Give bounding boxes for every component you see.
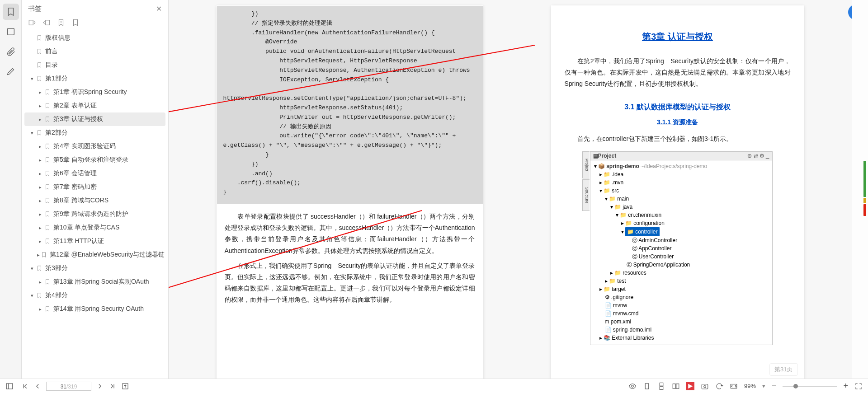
bookmark-item[interactable]: ▾第1部分 [24,72,165,85]
svg-marker-15 [689,384,692,388]
svg-rect-14 [676,384,679,388]
bookmark-item[interactable]: ▸第6章 会话管理 [24,167,165,180]
ide-project-screenshot: ▤ Project ⊙ ⇄ ⚙ ⎯ ▾ 📦 spring-demo ~/Idea… [590,151,773,345]
bookmark-item[interactable]: ▾第2部分 [24,126,165,140]
bookmark-item[interactable]: ▸第4章 实现图形验证码 [24,140,165,153]
bookmark-item[interactable]: ▸第10章 单点登录与CAS [24,221,165,234]
attachment-icon[interactable] [3,43,19,60]
bookmark-item[interactable]: ▸第2章 表单认证 [24,99,165,112]
panel-title: 书签 [28,5,42,13]
bookmark-ribbon-icon [44,306,51,312]
close-icon[interactable]: ✕ [156,5,162,13]
fit-icon[interactable] [730,382,738,390]
page-indicator: 第31页 [769,363,797,376]
screenshot-icon[interactable] [701,382,709,390]
sidebar-toggle-icon[interactable] [5,382,14,390]
svg-rect-1 [29,20,33,25]
chapter-text-1: 在第2章中，我们沿用了Spring Security默认的安全机制：仅有一个用户… [551,43,804,92]
page-left: }) // 指定登录失败时的处理逻辑 .failureHandler(new A… [217,5,483,379]
bookmark-tools [22,16,168,31]
bookmark-item[interactable]: ▸第1章 初识Spring Security [24,85,165,99]
bookmark-label: 第1章 初识Spring Security [53,88,127,96]
bookmark-label: 第11章 HTTP认证 [53,237,104,245]
bookmark-item[interactable]: ▸第7章 密码加密 [24,180,165,194]
prev-page-icon[interactable] [33,382,42,390]
bookmark-item[interactable]: 前言 [24,45,165,58]
bookmark-ribbon-icon [36,130,42,136]
bookmark-item[interactable]: ▸第5章 自动登录和注销登录 [24,153,165,167]
next-page-icon[interactable] [96,382,104,390]
paragraph-1: 表单登录配置模块提供了 successHandler（）和 failureHan… [217,204,483,258]
svg-point-17 [704,385,706,388]
viewer: }) // 指定登录失败时的处理逻辑 .failureHandler(new A… [169,0,852,379]
bookmark-label: 目录 [45,61,58,69]
ide-proj-title: Project [598,153,617,159]
right-marker-strip [852,0,868,379]
bookmark-ribbon-icon [44,184,51,190]
bookmark-label: 第6章 会话管理 [53,169,97,178]
code-block: }) // 指定登录失败时的处理逻辑 .failureHandler(new A… [217,6,483,204]
bookmark-item[interactable]: ▸第8章 跨域与CORS [24,194,165,207]
delete-bookmark-icon[interactable] [71,19,80,27]
page-right: 第3章 认证与授权 在第2章中，我们沿用了Spring Security默认的安… [551,5,804,379]
bookmark-item[interactable]: 目录 [24,58,165,72]
svg-rect-2 [46,20,50,25]
export-icon[interactable] [121,382,129,390]
pager: 31/319 [21,382,117,391]
thumbnails-icon[interactable] [3,23,19,40]
chapter-text-2: 首先，在controller包下新建三个控制器，如图3-1所示。 [551,126,804,146]
edit-icon[interactable] [3,63,19,80]
bookmark-icon[interactable] [3,4,19,20]
bookmark-label: 第5章 自动登录和注销登录 [53,156,128,164]
bookmark-tree[interactable]: 版权信息前言目录▾第1部分▸第1章 初识Spring Security▸第2章 … [22,31,168,379]
svg-point-9 [632,385,634,387]
bookmark-item[interactable]: ▾第3部分 [24,262,165,275]
first-page-icon[interactable] [21,382,29,390]
zoom-out-icon[interactable]: − [772,381,777,391]
bookmark-ribbon-icon [44,116,51,122]
bookmark-ribbon-icon [36,62,42,68]
bookmark-ribbon-icon [44,279,51,285]
paragraph-2: 在形式上，我们确实使用了Spring Security的表单认证功能，并且自定义… [217,258,483,308]
bookmark-label: 第7章 密码加密 [53,183,97,191]
bookmark-label: 第13章 用Spring Social实现OAuth [53,278,149,286]
eye-icon[interactable] [628,382,637,390]
continuous-icon[interactable] [657,382,665,390]
bookmark-ribbon-icon [41,252,47,258]
zoom-value[interactable]: 99% [744,383,756,389]
zoom-in-icon[interactable]: + [843,381,848,391]
bookmark-item[interactable]: 版权信息 [24,31,165,45]
bookmark-ribbon-icon [44,211,51,217]
bookmark-item[interactable]: ▸第11章 HTTP认证 [24,234,165,248]
bookmark-ribbon-icon [36,75,42,82]
svg-rect-13 [673,384,675,388]
rotate-icon[interactable] [715,382,723,390]
svg-rect-12 [660,386,663,389]
bookmark-label: 第4部分 [45,291,68,299]
ide-vtab-structure: Structure [582,179,590,211]
bookmark-label: 第4章 实现图形验证码 [53,142,116,150]
fullscreen-icon[interactable] [854,382,863,390]
bookmark-item[interactable]: ▾第4部分 [24,289,165,302]
expand-icon[interactable] [28,19,36,27]
last-page-icon[interactable] [108,382,117,390]
bookmark-label: 前言 [45,47,58,56]
bookmark-label: 第2章 表单认证 [53,102,97,110]
collapse-icon[interactable] [42,19,51,27]
slideshow-icon[interactable] [686,382,694,390]
bookmark-item[interactable]: ▸第12章 @EnableWebSecurity与过滤器链 [24,248,165,262]
single-page-icon[interactable] [643,382,651,390]
bookmark-item[interactable]: ▸第9章 跨域请求伪造的防护 [24,207,165,221]
bookmark-item[interactable]: ▸第3章 认证与授权 [24,112,165,126]
bookmark-item[interactable]: ▸第13章 用Spring Social实现OAuth [24,275,165,289]
svg-rect-0 [7,28,14,35]
bookmark-item[interactable]: ▸第14章 用Spring Security OAuth [24,302,165,316]
chapter-title: 第3章 认证与授权 [551,31,804,43]
two-page-icon[interactable] [672,382,680,390]
bookmark-ribbon-icon [44,225,51,231]
add-bookmark-icon[interactable] [57,19,65,27]
bookmark-ribbon-icon [44,157,51,163]
zoom-slider[interactable] [783,386,837,387]
page-input[interactable]: 31/319 [46,382,91,391]
bookmarks-panel: 书签 ✕ 版权信息前言目录▾第1部分▸第1章 初识Spring Security… [22,0,169,379]
